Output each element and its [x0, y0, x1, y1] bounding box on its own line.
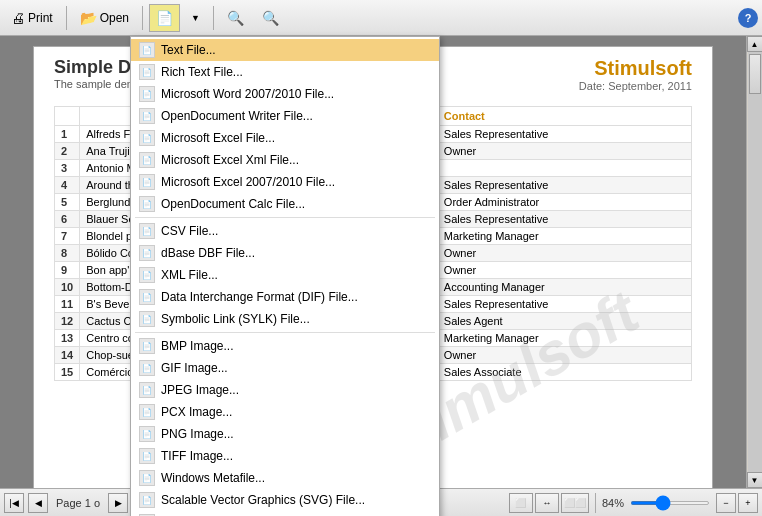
row-num: 6	[55, 211, 80, 228]
print-label: Print	[28, 11, 53, 25]
zoom-fit-page-button[interactable]: ⬜	[509, 493, 533, 513]
menu-item-label: Data Interchange Format (DIF) File...	[161, 290, 358, 304]
menu-item-label: Scalable Vector Graphics (SVG) File...	[161, 493, 365, 507]
row-num: 10	[55, 279, 80, 296]
menu-item-gif-image[interactable]: 📄 GIF Image...	[131, 357, 439, 379]
menu-item-xml-file[interactable]: 📄 XML File...	[131, 264, 439, 286]
row-num: 9	[55, 262, 80, 279]
menu-item-label: Rich Text File...	[161, 65, 243, 79]
row-contact: Sales Representative	[437, 296, 691, 313]
export-button[interactable]: 📄	[149, 4, 180, 32]
menu-item-icon: 📄	[139, 492, 155, 508]
menu-item-icon: 📄	[139, 404, 155, 420]
menu-item-png-image[interactable]: 📄 PNG Image...	[131, 423, 439, 445]
menu-item-rich-text-file[interactable]: 📄 Rich Text File...	[131, 61, 439, 83]
menu-item-odt-file[interactable]: 📄 OpenDocument Writer File...	[131, 105, 439, 127]
menu-item-label: OpenDocument Calc File...	[161, 197, 305, 211]
col-num	[55, 107, 80, 126]
separator-3	[213, 6, 214, 30]
menu-item-label: dBase DBF File...	[161, 246, 255, 260]
export-dropdown-menu: 📄 Text File... 📄 Rich Text File... 📄 Mic…	[130, 36, 440, 516]
row-num: 14	[55, 347, 80, 364]
row-contact: Marketing Manager	[437, 330, 691, 347]
menu-item-csv-file[interactable]: 📄 CSV File...	[131, 220, 439, 242]
row-contact: Sales Representative	[437, 177, 691, 194]
menu-item-label: BMP Image...	[161, 339, 233, 353]
menu-item-sylk-file[interactable]: 📄 Symbolic Link (SYLK) File...	[131, 308, 439, 330]
menu-item-icon: 📄	[139, 470, 155, 486]
menu-item-icon: 📄	[139, 42, 155, 58]
page-info: Page 1 o	[56, 497, 100, 509]
nav-next-button[interactable]: ▶	[108, 493, 128, 513]
row-num: 11	[55, 296, 80, 313]
menu-item-wmf[interactable]: 📄 Windows Metafile...	[131, 467, 439, 489]
menu-item-tiff-image[interactable]: 📄 TIFF Image...	[131, 445, 439, 467]
menu-item-svgz-file[interactable]: 📄 Compressed SVG (SVGZ) File...	[131, 511, 439, 516]
menu-item-label: Symbolic Link (SYLK) File...	[161, 312, 310, 326]
menu-item-label: CSV File...	[161, 224, 218, 238]
zoom-controls: ⬜ ↔ ⬜⬜ 84% − +	[509, 493, 758, 513]
help-button[interactable]: ?	[738, 8, 758, 28]
menu-item-jpeg-image[interactable]: 📄 JPEG Image...	[131, 379, 439, 401]
menu-item-label: Text File...	[161, 43, 216, 57]
magnify-icon: 🔍	[262, 10, 279, 26]
menu-item-calc-file[interactable]: 📄 OpenDocument Calc File...	[131, 193, 439, 215]
row-contact: Sales Representative	[437, 211, 691, 228]
row-contact	[437, 160, 691, 177]
menu-item-label: Microsoft Excel File...	[161, 131, 275, 145]
menu-item-icon: 📄	[139, 289, 155, 305]
export-arrow-button[interactable]: ▼	[184, 4, 207, 32]
menu-item-word-file[interactable]: 📄 Microsoft Word 2007/2010 File...	[131, 83, 439, 105]
zoom-two-pages-button[interactable]: ⬜⬜	[561, 493, 589, 513]
export-icon: 📄	[156, 10, 173, 26]
row-num: 7	[55, 228, 80, 245]
menu-item-icon: 📄	[139, 196, 155, 212]
row-contact: Order Administrator	[437, 194, 691, 211]
row-num: 13	[55, 330, 80, 347]
scroll-down-button[interactable]: ▼	[747, 472, 763, 488]
zoom-button-2[interactable]: 🔍	[255, 4, 286, 32]
open-button[interactable]: 📂 Open	[73, 4, 136, 32]
zoom-increase-button[interactable]: +	[738, 493, 758, 513]
col-contact: Contact	[437, 107, 691, 126]
row-num: 8	[55, 245, 80, 262]
row-contact: Owner	[437, 245, 691, 262]
export-menu: 📄 Text File... 📄 Rich Text File... 📄 Mic…	[130, 36, 440, 516]
menu-item-label: PCX Image...	[161, 405, 232, 419]
zoom-fit-width-button[interactable]: ↔	[535, 493, 559, 513]
menu-item-excel-xml-file[interactable]: 📄 Microsoft Excel Xml File...	[131, 149, 439, 171]
scroll-track[interactable]	[748, 52, 762, 472]
menu-item-icon: 📄	[139, 267, 155, 283]
menu-separator	[135, 332, 435, 333]
menu-item-icon: 📄	[139, 426, 155, 442]
menu-item-pcx-image[interactable]: 📄 PCX Image...	[131, 401, 439, 423]
export-dropdown-icon: ▼	[191, 13, 200, 23]
menu-item-dif-file[interactable]: 📄 Data Interchange Format (DIF) File...	[131, 286, 439, 308]
zoom-slider[interactable]	[630, 501, 710, 505]
menu-item-bmp-image[interactable]: 📄 BMP Image...	[131, 335, 439, 357]
nav-prev-button[interactable]: ◀	[28, 493, 48, 513]
zoom-in-button[interactable]: 🔍	[220, 4, 251, 32]
print-icon: 🖨	[11, 10, 25, 26]
menu-item-excel-2007-file[interactable]: 📄 Microsoft Excel 2007/2010 File...	[131, 171, 439, 193]
menu-item-text-file[interactable]: 📄 Text File...	[131, 39, 439, 61]
menu-item-icon: 📄	[139, 311, 155, 327]
menu-item-label: OpenDocument Writer File...	[161, 109, 313, 123]
scroll-up-button[interactable]: ▲	[747, 36, 763, 52]
row-num: 3	[55, 160, 80, 177]
nav-first-button[interactable]: |◀	[4, 493, 24, 513]
menu-item-icon: 📄	[139, 360, 155, 376]
zoom-decrease-button[interactable]: −	[716, 493, 736, 513]
menu-item-icon: 📄	[139, 86, 155, 102]
separator-1	[66, 6, 67, 30]
zoom-label: 84%	[602, 497, 624, 509]
menu-item-dbase-file[interactable]: 📄 dBase DBF File...	[131, 242, 439, 264]
row-contact: Marketing Manager	[437, 228, 691, 245]
menu-item-icon: 📄	[139, 382, 155, 398]
scroll-thumb[interactable]	[749, 54, 761, 94]
menu-item-excel-file[interactable]: 📄 Microsoft Excel File...	[131, 127, 439, 149]
print-button[interactable]: 🖨 Print	[4, 4, 60, 32]
menu-item-svg-file[interactable]: 📄 Scalable Vector Graphics (SVG) File...	[131, 489, 439, 511]
menu-item-icon: 📄	[139, 64, 155, 80]
menu-item-label: XML File...	[161, 268, 218, 282]
